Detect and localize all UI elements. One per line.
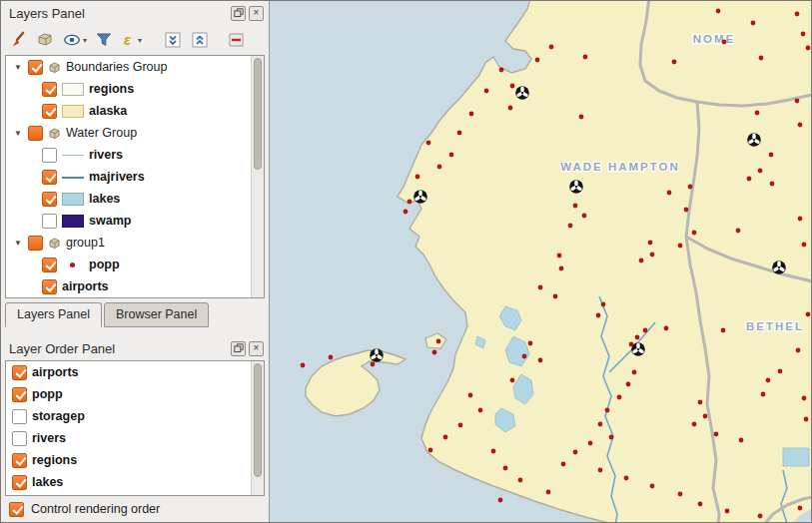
svg-text:BETHEL: BETHEL [746, 320, 804, 332]
layer-checkbox[interactable] [12, 387, 27, 402]
layer-checkbox[interactable] [12, 409, 27, 424]
layer-label: lakes [32, 475, 63, 489]
tree-item-regions[interactable]: regions [6, 78, 252, 100]
layer-order-list: airports popp storagep rivers regions [5, 360, 265, 496]
layers-panel-title: Layers Panel [9, 6, 85, 21]
tree-item-lakes[interactable]: lakes [6, 188, 252, 210]
collapse-all-button[interactable] [189, 27, 211, 53]
tree-scrollbar[interactable] [251, 56, 264, 297]
layer-checkbox[interactable] [42, 279, 57, 294]
expand-all-icon [163, 30, 183, 50]
layer-label: popp [89, 258, 120, 271]
layer-checkbox[interactable] [42, 104, 57, 119]
layer-label: swamp [89, 214, 131, 228]
control-rendering-order-label: Control rendering order [31, 502, 160, 516]
layer-checkbox[interactable] [12, 475, 27, 490]
layer-order-rows: airports popp storagep rivers regions [6, 361, 252, 493]
add-group-button[interactable] [34, 27, 56, 53]
map-canvas[interactable]: NOMEWADE HAMPTONBETHEL [270, 1, 811, 522]
layer-styling-button[interactable] [7, 27, 29, 53]
layer-swatch [62, 171, 84, 184]
tree-item-rivers[interactable]: rivers [6, 144, 252, 166]
layer-label: airports [32, 365, 79, 379]
tree-item-popp[interactable]: popp [6, 254, 252, 275]
layer-label: storagep [32, 409, 85, 423]
tree-item-boundaries-group[interactable]: ▼ Boundaries Group [6, 56, 252, 78]
layer-checkbox[interactable] [42, 82, 57, 97]
expander-icon[interactable]: ▼ [13, 239, 23, 248]
tab-layers-panel[interactable]: Layers Panel [5, 302, 102, 327]
layer-label: regions [32, 453, 77, 467]
layers-panel-header: Layers Panel × [1, 1, 269, 25]
layer-label: majrivers [89, 170, 145, 184]
tree-item-water-group[interactable]: ▼ Water Group [6, 122, 252, 144]
layer-checkbox[interactable] [28, 126, 43, 141]
left-dock: Layers Panel × ▾ ε [1, 1, 270, 522]
layer-label: regions [89, 82, 134, 96]
add-group-icon [35, 30, 55, 50]
map-svg: NOMEWADE HAMPTONBETHEL [270, 1, 811, 522]
undock-icon[interactable] [231, 341, 246, 356]
remove-layer-icon [227, 30, 247, 50]
collapse-all-icon [190, 30, 210, 50]
expression-filter-button[interactable]: ε ▾ [120, 27, 143, 53]
tree-item-airports[interactable]: airports [6, 275, 252, 297]
undock-icon[interactable] [231, 6, 246, 21]
layer-order-panel-title: Layer Order Panel [9, 341, 115, 356]
layer-label: alaska [89, 104, 127, 118]
map-themes-button[interactable]: ▾ [61, 27, 88, 53]
layer-swatch [62, 215, 84, 228]
close-icon[interactable]: × [249, 6, 264, 21]
order-item-popp[interactable]: popp [6, 383, 252, 405]
layer-checkbox[interactable] [12, 453, 27, 468]
order-item-storagep[interactable]: storagep [6, 405, 252, 427]
group-icon [48, 237, 61, 250]
layer-label: airports [62, 279, 109, 293]
chevron-down-icon: ▾ [83, 36, 87, 45]
layer-checkbox[interactable] [42, 258, 57, 272]
tree-scrollbar-thumb[interactable] [254, 58, 262, 170]
expander-icon[interactable]: ▼ [13, 63, 23, 72]
layer-checkbox[interactable] [42, 192, 57, 207]
layer-checkbox[interactable] [42, 214, 57, 229]
expander-icon[interactable]: ▼ [13, 129, 23, 138]
layer-swatch [62, 193, 84, 206]
dock-tabs: Layers Panel Browser Panel [5, 301, 265, 327]
layer-order-footer: Control rendering order [1, 496, 269, 522]
epsilon-icon: ε [121, 30, 137, 50]
layer-swatch [62, 149, 84, 162]
remove-layer-button[interactable] [226, 27, 248, 53]
group-icon [48, 61, 61, 74]
layer-label: rivers [32, 431, 66, 445]
tree-item-alaska[interactable]: alaska [6, 100, 252, 122]
group-label: group1 [66, 236, 105, 250]
filter-legend-button[interactable] [93, 27, 115, 53]
order-item-airports[interactable]: airports [6, 361, 252, 383]
eye-icon [62, 30, 82, 50]
layer-checkbox[interactable] [28, 60, 43, 75]
layers-tree: ▼ Boundaries Group regions alaska ▼ [5, 55, 265, 298]
layer-checkbox[interactable] [12, 365, 27, 380]
layer-order-panel-header: Layer Order Panel × [1, 336, 269, 360]
tab-browser-panel[interactable]: Browser Panel [104, 302, 209, 327]
layer-checkbox[interactable] [42, 170, 57, 185]
tree-item-majrivers[interactable]: majrivers [6, 166, 252, 188]
group-label: Water Group [66, 126, 137, 140]
tree-item-swamp[interactable]: swamp [6, 210, 252, 232]
order-item-regions[interactable]: regions [6, 449, 252, 471]
tree-item-group1[interactable]: ▼ group1 [6, 232, 252, 254]
layer-label: rivers [89, 148, 123, 162]
layer-styling-icon [8, 30, 28, 50]
order-item-rivers[interactable]: rivers [6, 427, 252, 449]
layer-order-window-buttons: × [231, 341, 264, 356]
order-scrollbar[interactable] [251, 361, 264, 495]
layer-checkbox[interactable] [28, 236, 43, 251]
chevron-down-icon: ▾ [138, 36, 142, 45]
order-item-lakes[interactable]: lakes [6, 471, 252, 493]
layer-checkbox[interactable] [42, 148, 57, 163]
layer-checkbox[interactable] [12, 431, 27, 446]
order-scrollbar-thumb[interactable] [254, 363, 262, 477]
control-rendering-order-checkbox[interactable] [9, 502, 24, 517]
close-icon[interactable]: × [249, 341, 264, 356]
expand-all-button[interactable] [162, 27, 184, 53]
